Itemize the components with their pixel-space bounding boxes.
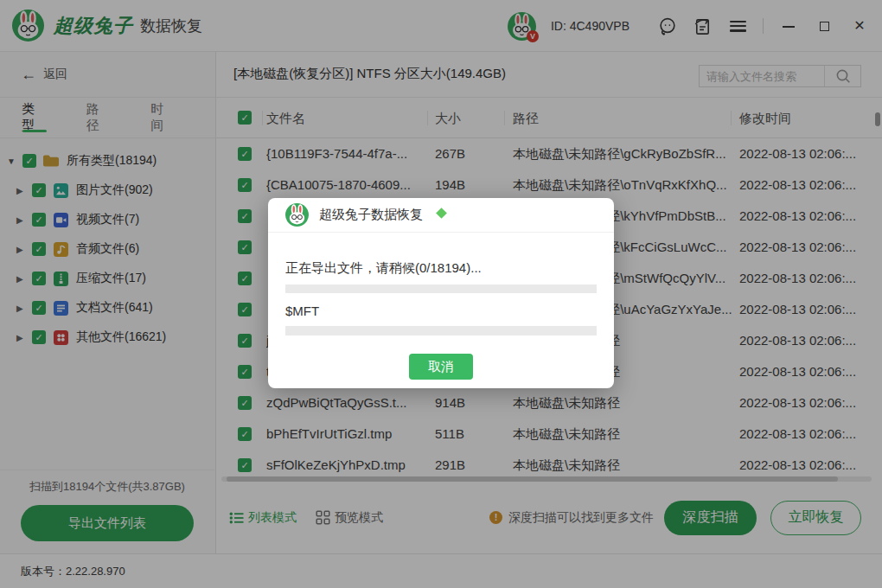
app-window: 超级兔子 数据恢复 V ID: 4C490VPB <box>0 0 882 588</box>
total-progress-bar <box>285 284 597 293</box>
dialog-rabbit-logo-icon <box>285 203 309 227</box>
dialog-title: 超级兔子数据恢复 <box>319 207 423 223</box>
dialog-header: 超级兔子数据恢复 <box>268 198 614 233</box>
diamond-decoration-icon <box>436 208 447 219</box>
cancel-button[interactable]: 取消 <box>409 354 473 380</box>
export-status-text: 正在导出文件，请稍候(0/18194)... <box>285 260 597 277</box>
current-file-name: $MFT <box>285 304 597 318</box>
dialog-body: 正在导出文件，请稍候(0/18194)... $MFT 取消 <box>268 260 614 380</box>
export-progress-dialog: 超级兔子数据恢复 正在导出文件，请稍候(0/18194)... $MFT 取消 <box>268 198 614 388</box>
file-progress-bar <box>285 326 597 336</box>
